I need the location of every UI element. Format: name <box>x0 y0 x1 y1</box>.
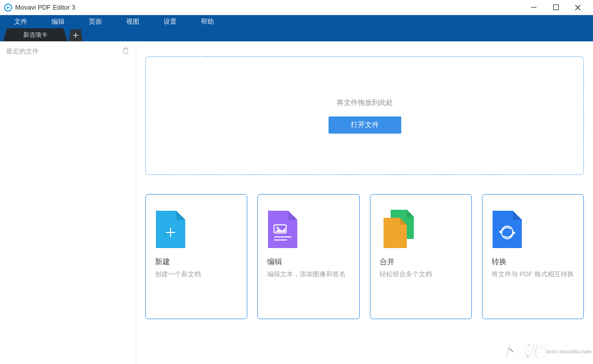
watermark: 下载吧 www.xiazaiba.com <box>499 340 591 362</box>
sidebar: 最近的文件 <box>0 41 136 364</box>
plus-icon <box>73 32 79 38</box>
add-tab-button[interactable] <box>69 29 83 41</box>
edit-document-icon <box>267 207 350 252</box>
tabbar: 新选项卡 <box>0 28 593 41</box>
card-edit[interactable]: 编辑 编辑文本，添加图像和签名 <box>257 194 359 319</box>
svg-point-14 <box>277 227 279 229</box>
menubar: 文件 编辑 页面 视图 设置 帮助 <box>0 15 593 28</box>
merge-documents-icon <box>380 207 462 252</box>
card-new[interactable]: 新建 创建一个新文档 <box>145 194 247 319</box>
titlebar: Movavi PDF Editor 3 <box>0 0 593 15</box>
card-merge[interactable]: 合并 轻松组合多个文档 <box>370 194 472 319</box>
tab-new[interactable]: 新选项卡 <box>3 28 68 41</box>
svg-rect-8 <box>124 49 128 53</box>
menu-edit[interactable]: 编辑 <box>39 15 77 28</box>
watermark-url: www.xiazaiba.com <box>546 348 591 354</box>
menu-page[interactable]: 页面 <box>77 15 114 28</box>
new-document-icon <box>155 207 238 252</box>
svg-line-4 <box>575 5 580 10</box>
card-title: 新建 <box>155 257 238 267</box>
card-title: 合并 <box>380 257 462 267</box>
drop-hint: 将文件拖放到此处 <box>337 98 393 107</box>
card-desc: 将文件与 PDF 格式相互转换 <box>492 270 574 279</box>
clear-recent-button[interactable] <box>122 46 130 56</box>
card-title: 编辑 <box>267 257 350 267</box>
open-file-button[interactable]: 打开文件 <box>329 116 401 134</box>
maximize-button[interactable] <box>545 0 567 15</box>
app-title: Movavi PDF Editor 3 <box>15 4 522 11</box>
cards-row: 新建 创建一个新文档 编辑 编辑文本，添加图像 <box>145 194 584 319</box>
menu-view[interactable]: 视图 <box>114 15 151 28</box>
drop-zone[interactable]: 将文件拖放到此处 打开文件 <box>145 56 584 175</box>
close-button[interactable] <box>567 0 589 15</box>
card-convert[interactable]: 转换 将文件与 PDF 格式相互转换 <box>482 194 584 319</box>
convert-document-icon <box>492 207 574 252</box>
card-title: 转换 <box>492 257 574 267</box>
watermark-text: 下载吧 <box>499 340 545 362</box>
card-desc: 创建一个新文档 <box>155 270 238 279</box>
minimize-button[interactable] <box>522 0 545 15</box>
recent-files-title: 最近的文件 <box>6 47 39 56</box>
tab-label: 新选项卡 <box>23 31 47 39</box>
sidebar-header: 最近的文件 <box>6 46 130 56</box>
trash-icon <box>122 46 130 54</box>
menu-settings[interactable]: 设置 <box>151 15 189 28</box>
app-logo-icon <box>4 4 12 12</box>
svg-line-5 <box>575 5 580 10</box>
menu-file[interactable]: 文件 <box>2 15 39 28</box>
menu-help[interactable]: 帮助 <box>189 15 226 28</box>
svg-rect-3 <box>553 5 558 10</box>
card-desc: 轻松组合多个文档 <box>380 270 462 279</box>
body: 最近的文件 将文件拖放到此处 打开文件 <box>0 41 593 364</box>
main: 将文件拖放到此处 打开文件 新建 创建一个新文档 <box>136 41 593 364</box>
card-desc: 编辑文本，添加图像和签名 <box>267 270 350 279</box>
svg-marker-1 <box>7 6 10 9</box>
